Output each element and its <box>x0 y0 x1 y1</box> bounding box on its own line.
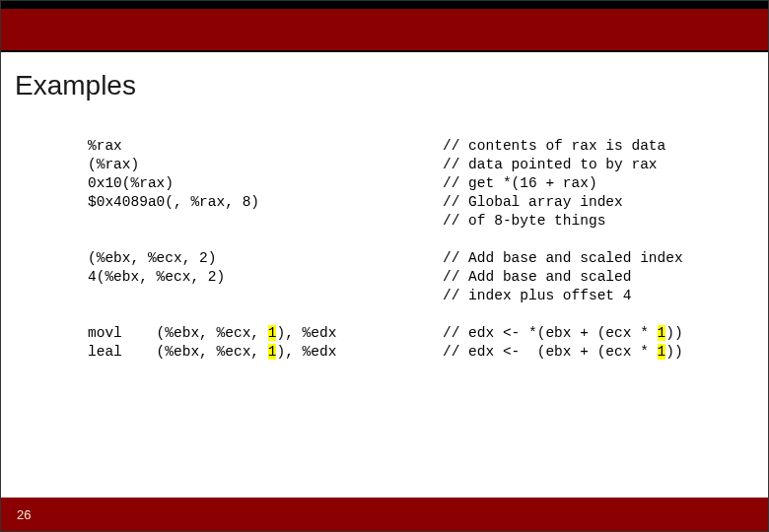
code-comment: // edx <- *(ebx + (ecx * 1)) <box>443 325 683 341</box>
code-line: (%rax) <box>88 157 139 172</box>
code-line: movl (%ebx, %ecx, 1), %edx <box>88 325 336 341</box>
code-line: 0x10(%rax) <box>88 175 174 191</box>
code-comment: // contents of rax is data <box>443 138 665 154</box>
code-group-2: (%ebx, %ecx, 2) 4(%ebx, %ecx, 2) // Add … <box>88 249 768 305</box>
code-comment: // of 8-byte things <box>443 213 605 229</box>
code-group-3: movl (%ebx, %ecx, 1), %edx leal (%ebx, %… <box>88 324 768 362</box>
code-group-3-left: movl (%ebx, %ecx, 1), %edx leal (%ebx, %… <box>88 324 443 362</box>
code-group-3-right: // edx <- *(ebx + (ecx * 1)) // edx <- (… <box>443 324 683 362</box>
code-comment: // index plus offset 4 <box>443 288 631 303</box>
code-block: %rax (%rax) 0x10(%rax) $0x4089a0(, %rax,… <box>1 101 768 362</box>
page-number: 26 <box>17 507 31 522</box>
highlight: 1 <box>658 325 666 341</box>
code-line: (%ebx, %ecx, 2) <box>88 250 217 266</box>
code-line: $0x4089a0(, %rax, 8) <box>88 194 259 210</box>
code-line: leal (%ebx, %ecx, 1), %edx <box>88 344 336 360</box>
code-line: 4(%ebx, %ecx, 2) <box>88 269 225 285</box>
code-group-2-left: (%ebx, %ecx, 2) 4(%ebx, %ecx, 2) <box>88 249 443 287</box>
code-group-2-right: // Add base and scaled index // Add base… <box>443 249 683 305</box>
code-group-1-right: // contents of rax is data // data point… <box>443 137 665 231</box>
slide: Examples %rax (%rax) 0x10(%rax) $0x4089a… <box>0 0 769 532</box>
code-comment: // Global array index <box>443 194 623 210</box>
code-comment: // get *(16 + rax) <box>443 175 597 191</box>
footer-bar: 26 <box>1 498 768 531</box>
code-comment: // Add base and scaled index <box>443 250 683 266</box>
header-bar <box>1 1 768 52</box>
code-comment: // Add base and scaled <box>443 269 631 285</box>
code-group-1-left: %rax (%rax) 0x10(%rax) $0x4089a0(, %rax,… <box>88 137 443 212</box>
highlight: 1 <box>658 344 666 360</box>
slide-title: Examples <box>1 52 768 101</box>
header-accent <box>1 1 768 9</box>
code-line: %rax <box>88 138 122 154</box>
code-comment: // data pointed to by rax <box>443 157 658 172</box>
code-comment: // edx <- (ebx + (ecx * 1)) <box>443 344 683 360</box>
code-group-1: %rax (%rax) 0x10(%rax) $0x4089a0(, %rax,… <box>88 137 768 231</box>
